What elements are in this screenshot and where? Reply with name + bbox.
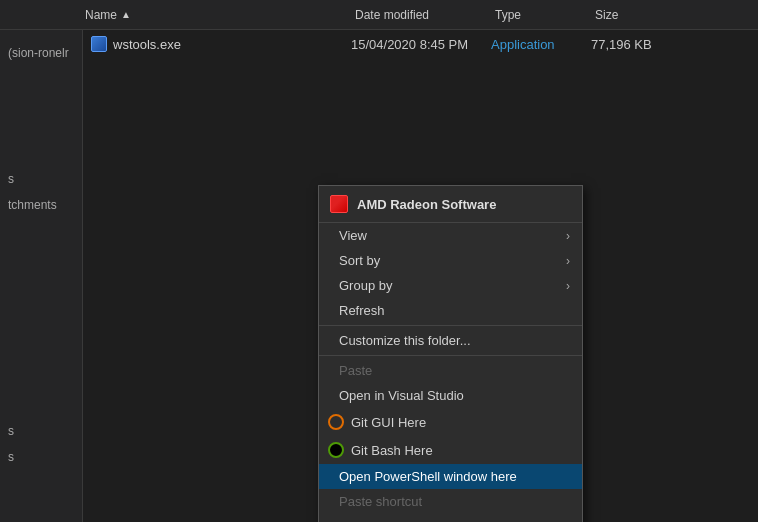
sidebar-item-4[interactable]: s <box>0 444 82 470</box>
git-bash-icon <box>327 441 345 459</box>
group-by-arrow-icon: › <box>566 279 570 293</box>
context-menu-header: AMD Radeon Software <box>319 186 582 223</box>
file-type-cell: Application <box>491 37 591 52</box>
sidebar-item-2[interactable]: tchments <box>0 192 82 218</box>
git-bash-label: Git Bash Here <box>351 443 570 458</box>
file-exe-icon <box>91 36 107 52</box>
git-gui-label: Git GUI Here <box>351 415 570 430</box>
open-vs-label: Open in Visual Studio <box>339 388 570 403</box>
context-menu-item-refresh[interactable]: Refresh <box>319 298 582 323</box>
view-label: View <box>339 228 566 243</box>
open-ps-label: Open PowerShell window here <box>339 469 570 484</box>
main-area: (sion-ronelr s tchments s s wstools.exe … <box>0 30 758 522</box>
file-size-cell: 77,196 KB <box>591 37 671 52</box>
sidebar-item-3[interactable]: s <box>0 418 82 444</box>
paste-shortcut-label: Paste shortcut <box>339 494 570 509</box>
sort-by-label: Sort by <box>339 253 566 268</box>
context-menu-item-group-by[interactable]: Group by › <box>319 273 582 298</box>
sidebar-item-1[interactable]: s <box>0 166 82 192</box>
context-menu-item-undo-move[interactable]: Undo Move Ctrl+Z <box>319 514 582 522</box>
view-arrow-icon: › <box>566 229 570 243</box>
context-menu-title: AMD Radeon Software <box>357 197 496 212</box>
context-menu-item-open-vs[interactable]: Open in Visual Studio <box>319 383 582 408</box>
context-menu-item-paste-shortcut: Paste shortcut <box>319 489 582 514</box>
table-row[interactable]: wstools.exe 15/04/2020 8:45 PM Applicati… <box>83 30 758 58</box>
context-menu-item-open-ps[interactable]: Open PowerShell window here <box>319 464 582 489</box>
col-header-date[interactable]: Date modified <box>355 8 495 22</box>
column-headers: Name ▲ Date modified Type Size <box>0 0 758 30</box>
context-menu-item-customize[interactable]: Customize this folder... <box>319 328 582 353</box>
col-name-label: Name <box>85 8 117 22</box>
customize-label: Customize this folder... <box>339 333 570 348</box>
file-name: wstools.exe <box>113 37 181 52</box>
refresh-label: Refresh <box>339 303 570 318</box>
file-name-cell: wstools.exe <box>91 36 351 52</box>
sidebar-item-truncated: (sion-ronelr <box>0 40 82 66</box>
paste-label: Paste <box>339 363 570 378</box>
group-by-label: Group by <box>339 278 566 293</box>
git-gui-icon <box>327 413 345 431</box>
content-area[interactable]: wstools.exe 15/04/2020 8:45 PM Applicati… <box>83 30 758 522</box>
col-date-label: Date modified <box>355 8 429 22</box>
context-menu-item-git-bash[interactable]: Git Bash Here <box>319 436 582 464</box>
col-header-name[interactable]: Name ▲ <box>85 8 355 22</box>
col-header-size[interactable]: Size <box>595 8 675 22</box>
context-menu-item-view[interactable]: View › <box>319 223 582 248</box>
context-menu-item-sort-by[interactable]: Sort by › <box>319 248 582 273</box>
divider-1 <box>319 325 582 326</box>
col-header-type[interactable]: Type <box>495 8 595 22</box>
context-menu: AMD Radeon Software View › Sort by › Gro… <box>318 185 583 522</box>
col-type-label: Type <box>495 8 521 22</box>
context-menu-item-git-gui[interactable]: Git GUI Here <box>319 408 582 436</box>
col-size-label: Size <box>595 8 618 22</box>
context-menu-item-paste: Paste <box>319 358 582 383</box>
file-date-cell: 15/04/2020 8:45 PM <box>351 37 491 52</box>
divider-2 <box>319 355 582 356</box>
file-explorer: Name ▲ Date modified Type Size (sion-ron… <box>0 0 758 522</box>
amd-icon <box>329 194 349 214</box>
sort-by-arrow-icon: › <box>566 254 570 268</box>
sidebar: (sion-ronelr s tchments s s <box>0 30 83 522</box>
sort-arrow-icon: ▲ <box>121 9 131 20</box>
